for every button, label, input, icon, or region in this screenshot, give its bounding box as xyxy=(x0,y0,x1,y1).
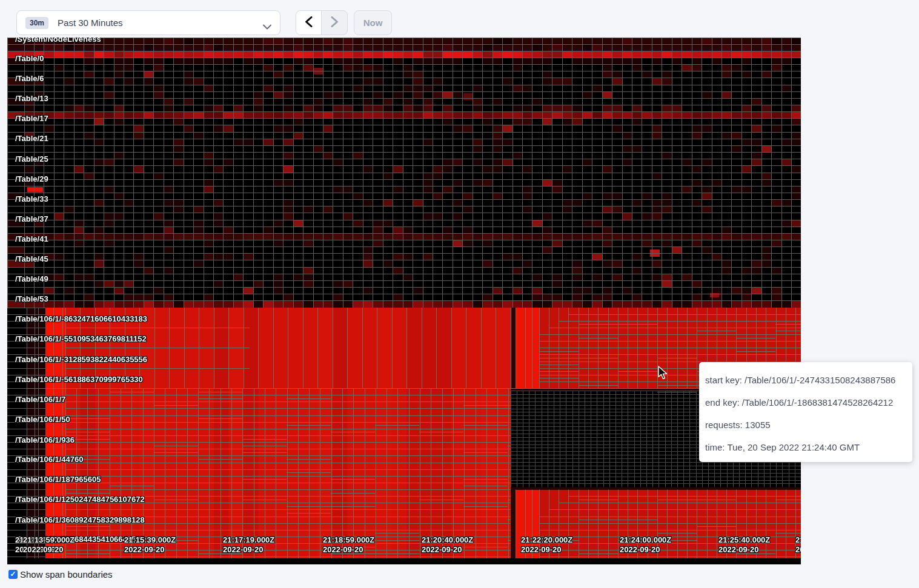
row-label: /Table/17 xyxy=(15,114,48,124)
row-label: /Table/41 xyxy=(15,234,48,244)
time-tick-label: 21:25:40.000Z2022-09-20 xyxy=(718,535,770,555)
row-label: /Table/106/1/-3128593822440635556 xyxy=(15,355,147,365)
row-label: /Table/0 xyxy=(15,54,44,64)
row-label: /Table/53 xyxy=(15,294,48,304)
row-label: /Table/45 xyxy=(15,254,48,264)
time-nav-group xyxy=(296,10,348,35)
tooltip-end-key: end key: /Table/106/1/-18683814745282642… xyxy=(705,391,906,414)
time-tick-label: 21:24:00.000Z2022-09-20 xyxy=(620,535,671,555)
tooltip-time: time: Tue, 20 Sep 2022 21:24:40 GMT xyxy=(705,436,906,458)
row-label: /Table/37 xyxy=(15,214,48,224)
row-label: /Table/49 xyxy=(15,274,48,284)
row-label: /Table/25 xyxy=(15,154,48,164)
time-tick-label: 21:27:20.000Z2022-09-20 xyxy=(795,535,801,555)
now-button[interactable]: Now xyxy=(354,10,392,35)
tooltip-start-key: start key: /Table/106/1/-247433150824388… xyxy=(705,369,906,391)
show-span-boundaries-checkbox[interactable]: ✓ xyxy=(8,570,18,579)
row-label: /Table/13 xyxy=(15,94,48,104)
key-visualizer-heatmap[interactable]: /System/NodeLiveness/Table/0/Table/6/Tab… xyxy=(7,38,801,564)
row-label: /Table/33 xyxy=(15,194,48,204)
time-tick-label: 21:18:59.000Z2022-09-20 xyxy=(323,535,374,555)
chevron-down-icon xyxy=(263,21,271,32)
time-tick-label: 21:17:19.000Z2022-09-20 xyxy=(223,535,274,555)
row-label: /Table/106/1/44760 xyxy=(15,455,84,464)
time-range-select[interactable]: 30m Past 30 Minutes xyxy=(16,10,280,35)
row-label: /Table/106/1/50 xyxy=(15,415,70,424)
chevron-right-icon xyxy=(331,16,339,29)
time-range-label: Past 30 Minutes xyxy=(58,18,123,28)
row-label: /Table/106/1/-561886370999765330 xyxy=(15,375,143,385)
row-label: /System/NodeLiveness xyxy=(15,38,101,44)
row-label: /Table/106/1/1250247484756107672 xyxy=(15,495,145,504)
time-tick-label: 21:22:20.000Z2022-09-20 xyxy=(521,535,572,555)
row-label: /Table/21 xyxy=(15,134,48,144)
time-tick-label: 21:13:59.000Z2022-09-20 xyxy=(23,535,75,555)
row-label: /Table/106/1/187965605 xyxy=(15,475,101,484)
mouse-cursor xyxy=(655,366,669,383)
row-label: /Table/106/1/-8632471606610433183 xyxy=(15,314,147,324)
chevron-left-icon xyxy=(305,16,313,29)
row-label: /Table/106/1/3608924758329898128 xyxy=(15,515,145,525)
tooltip-requests: requests: 13055 xyxy=(705,414,906,436)
show-span-boundaries-label: Show span boundaries xyxy=(20,569,113,580)
row-label: /Table/106/1/936 xyxy=(15,435,75,445)
prev-time-button[interactable] xyxy=(296,11,322,35)
time-window-badge: 30m xyxy=(25,17,48,29)
next-time-button[interactable] xyxy=(322,11,347,35)
row-label: /Table/29 xyxy=(15,174,48,184)
show-span-boundaries-row: ✓ Show span boundaries xyxy=(8,569,113,580)
row-label: /Table/106/1/7 xyxy=(15,395,66,405)
time-tick-label: 21:15:39.000Z2022-09-20 xyxy=(124,535,176,555)
row-label: /Table/6 xyxy=(15,74,44,84)
heatmap-canvas[interactable] xyxy=(7,38,801,564)
time-tick-label: 21:20:40.000Z2022-09-20 xyxy=(422,535,473,555)
row-label: /Table/106/1/-5510953463769811152 xyxy=(15,334,147,344)
hover-tooltip: start key: /Table/106/1/-247433150824388… xyxy=(699,362,912,462)
